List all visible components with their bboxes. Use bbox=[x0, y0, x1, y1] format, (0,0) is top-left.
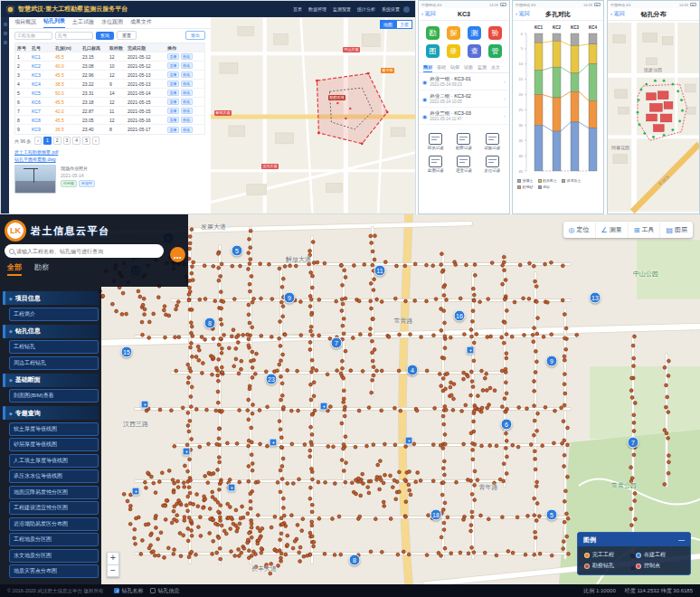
export-button[interactable]: 导出 bbox=[185, 31, 205, 40]
station-marker[interactable] bbox=[132, 488, 140, 496]
page-button[interactable]: 3 bbox=[63, 137, 71, 145]
row-action-button[interactable]: 曲线 bbox=[181, 90, 193, 96]
table-row[interactable]: 3KC345.522.96122021-05-13查看曲线 bbox=[15, 71, 204, 80]
menu-section-header[interactable]: ◆基础断面 bbox=[3, 374, 99, 387]
table-row[interactable]: 9KC936.523.4082021-05-17查看曲线 bbox=[15, 125, 204, 134]
layers-tool-button[interactable]: ▤图层 bbox=[659, 222, 693, 238]
cluster-marker[interactable]: 7 bbox=[628, 437, 639, 449]
desktop-map[interactable]: 解放大道中山大道京汉大道青年路勘察区域 地图卫星 bbox=[211, 17, 415, 213]
menu-item[interactable]: 地面沉降易发性分区图 bbox=[9, 486, 99, 499]
row-action-button[interactable]: 曲线 bbox=[181, 99, 193, 105]
row-action-button[interactable]: 查看 bbox=[167, 81, 179, 87]
menu-section-header[interactable]: ◆项目信息 bbox=[3, 291, 99, 305]
back-button[interactable]: ‹ 返回 bbox=[516, 10, 530, 18]
locate-tool-button[interactable]: ◎定位 bbox=[563, 222, 595, 238]
phone1-tab[interactable]: 钻探 bbox=[450, 64, 459, 72]
header-nav-item[interactable]: 统计分析 bbox=[357, 6, 375, 12]
row-action-button[interactable]: 查看 bbox=[167, 99, 179, 105]
desktop-tab[interactable]: 成果文件 bbox=[130, 18, 152, 28]
row-action-button[interactable]: 曲线 bbox=[181, 117, 193, 123]
statusbar-checkbox[interactable]: 钻孔信息 bbox=[150, 587, 179, 595]
assistant-button[interactable] bbox=[170, 247, 185, 262]
station-marker[interactable] bbox=[183, 448, 191, 456]
menu-section-header[interactable]: ◆钻孔信息 bbox=[3, 325, 99, 338]
row-action-button[interactable]: 查看 bbox=[167, 90, 179, 96]
desktop-tab[interactable]: 钻孔列表 bbox=[43, 17, 65, 28]
zoom-in-button[interactable]: + bbox=[107, 552, 119, 564]
station-marker[interactable] bbox=[467, 346, 475, 355]
station-marker[interactable] bbox=[320, 403, 328, 411]
desktop-tab[interactable]: 土工试验 bbox=[72, 18, 94, 28]
menu-item[interactable]: 工程简介 bbox=[9, 308, 99, 321]
hole-id-input[interactable] bbox=[55, 32, 93, 40]
menu-item[interactable]: 承压水水位等值线图 bbox=[9, 469, 99, 483]
record-button[interactable]: 回执记录 bbox=[421, 133, 449, 150]
record-button[interactable]: 水位记录 bbox=[478, 156, 506, 173]
menu-section-header[interactable]: ◆专题查询 bbox=[3, 406, 99, 420]
header-nav-item[interactable]: 数据管理 bbox=[308, 6, 326, 12]
header-nav-item[interactable]: 监测预警 bbox=[333, 6, 351, 12]
menu-item[interactable]: 水文地质分区图 bbox=[9, 549, 99, 563]
table-row[interactable]: 8KC845.523.05122021-05-16查看曲线 bbox=[15, 116, 204, 125]
app-icon-item[interactable]: 验 bbox=[485, 26, 506, 40]
app-icon-item[interactable]: 管 bbox=[485, 44, 506, 58]
row-action-button[interactable]: 查看 bbox=[167, 71, 179, 78]
app-icon-item[interactable]: 探 bbox=[443, 26, 464, 40]
app-icon-item[interactable]: 勘 bbox=[422, 26, 443, 40]
table-row[interactable]: 5KC550.023.31142021-05-14查看曲线 bbox=[15, 89, 204, 98]
statusbar-checkbox[interactable]: 钻孔名称 bbox=[114, 587, 143, 595]
reset-button[interactable]: 重置 bbox=[117, 31, 137, 40]
app-icon-item[interactable]: 图 bbox=[422, 44, 443, 58]
site-photo[interactable] bbox=[14, 165, 56, 194]
cluster-marker[interactable]: 11 bbox=[374, 265, 386, 277]
record-button[interactable]: 监测记录 bbox=[421, 156, 449, 173]
station-marker[interactable] bbox=[141, 401, 149, 409]
attachment-link[interactable]: 岩土工程勘察纲要.pdf bbox=[14, 148, 205, 156]
row-action-button[interactable]: 曲线 bbox=[181, 71, 193, 78]
cluster-marker[interactable]: 5 bbox=[546, 509, 558, 521]
page-button[interactable]: 5 bbox=[82, 137, 90, 145]
row-action-button[interactable]: 曲线 bbox=[181, 108, 193, 114]
menu-item[interactable]: 地质灾害点分布图 bbox=[9, 564, 99, 578]
table-row[interactable]: 6KC645.523.18122021-05-15查看曲线 bbox=[15, 98, 204, 107]
row-action-button[interactable]: 曲线 bbox=[181, 81, 193, 87]
record-button[interactable]: 试验记录 bbox=[478, 133, 506, 150]
cluster-marker[interactable]: 8 bbox=[204, 317, 216, 329]
rail-menu-icon[interactable] bbox=[4, 23, 7, 26]
header-nav-item[interactable]: 系统设置 bbox=[382, 6, 400, 12]
row-action-button[interactable]: 查看 bbox=[167, 108, 179, 114]
station-marker[interactable] bbox=[228, 484, 236, 492]
cluster-marker[interactable]: 4 bbox=[407, 365, 419, 376]
row-action-button[interactable]: 查看 bbox=[167, 117, 179, 123]
prev-page-button[interactable]: ‹ bbox=[34, 137, 42, 145]
menu-item[interactable]: 软土厚度等值线图 bbox=[9, 422, 99, 436]
cluster-marker[interactable]: 7 bbox=[331, 337, 343, 349]
station-marker[interactable] bbox=[405, 437, 413, 445]
rail-settings-icon[interactable] bbox=[4, 41, 7, 44]
menu-item[interactable]: 工程建设适宜性分区图 bbox=[9, 501, 99, 515]
table-row[interactable]: 2KC240.023.08102021-05-12查看曲线 bbox=[15, 62, 204, 71]
row-action-button[interactable]: 曲线 bbox=[181, 62, 193, 69]
platform-tab[interactable]: 全部 bbox=[7, 262, 22, 276]
app-icon-item[interactable]: 录 bbox=[443, 44, 464, 58]
row-action-button[interactable]: 曲线 bbox=[181, 127, 193, 133]
phone1-tab[interactable]: 圈层 bbox=[423, 64, 432, 72]
menu-item[interactable]: 周边工程钻孔 bbox=[9, 356, 99, 370]
row-action-button[interactable]: 查看 bbox=[167, 62, 179, 69]
platform-tab[interactable]: 勘察 bbox=[34, 262, 49, 276]
table-row[interactable]: 4KC438.523.2292021-05-13查看曲线 bbox=[15, 80, 204, 89]
page-button[interactable]: 1 bbox=[43, 137, 52, 145]
menu-item[interactable]: 剖面图(BIM)查看 bbox=[9, 389, 99, 403]
cluster-marker[interactable]: 9 bbox=[284, 292, 296, 304]
cluster-marker[interactable]: 9 bbox=[546, 355, 558, 367]
table-row[interactable]: 1KC145.523.15122021-05-12查看曲线 bbox=[15, 52, 204, 62]
user-avatar[interactable] bbox=[403, 6, 410, 13]
record-button[interactable]: 巡查记录 bbox=[449, 156, 478, 173]
attachment-link[interactable]: 钻孔平面布置图.dwg bbox=[14, 156, 205, 163]
page-button[interactable]: 2 bbox=[53, 137, 61, 145]
record-list-item[interactable]: ◉外业二组 · KC3-022021-05-14 10:05› bbox=[419, 90, 509, 108]
rail-data-icon[interactable] bbox=[4, 32, 7, 35]
search-button[interactable]: 查询 bbox=[96, 32, 114, 40]
cluster-marker[interactable]: 6 bbox=[501, 419, 513, 431]
table-row[interactable]: 7KC742.022.87112021-05-15查看曲线 bbox=[15, 107, 204, 116]
